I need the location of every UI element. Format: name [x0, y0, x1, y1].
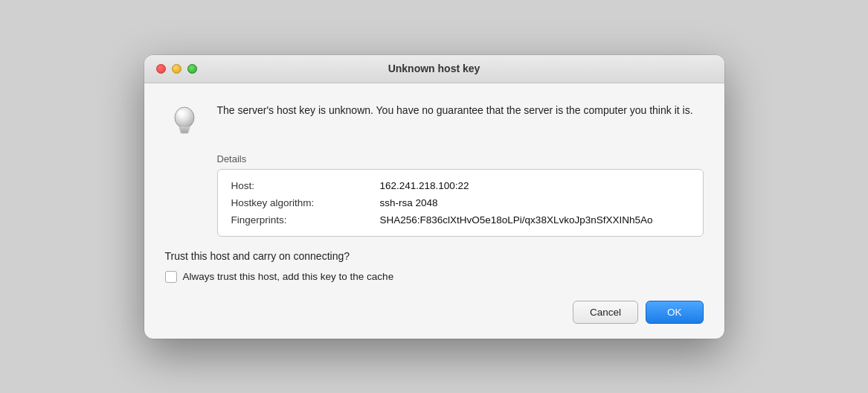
svg-point-0 [175, 107, 194, 128]
svg-rect-3 [181, 131, 188, 133]
checkbox-row: Always trust this host, add this key to … [165, 271, 704, 283]
detail-key-fingerprints: Fingerprints: [231, 214, 380, 226]
detail-row-algorithm: Hostkey algorithm: ssh-rsa 2048 [231, 197, 689, 208]
icon-area [165, 101, 204, 140]
always-trust-checkbox[interactable] [165, 271, 177, 283]
detail-key-host: Host: [231, 180, 380, 191]
trust-question: Trust this host and carry on connecting? [165, 250, 704, 262]
details-section: Details Host: 162.241.218.100:22 Hostkey… [217, 153, 704, 237]
cancel-button[interactable]: Cancel [573, 301, 638, 324]
button-row: Cancel OK [165, 298, 704, 324]
lightbulb-icon [165, 101, 204, 140]
checkbox-label: Always trust this host, add this key to … [183, 271, 394, 282]
top-section: The server's host key is unknown. You ha… [165, 101, 704, 140]
close-button[interactable] [156, 64, 166, 74]
detail-value-host: 162.241.218.100:22 [380, 180, 469, 191]
details-label: Details [217, 153, 704, 164]
title-bar: Unknown host key [144, 55, 724, 83]
detail-value-fingerprints: SHA256:F836clXtHvO5e18oLPi/qx38XLvkoJp3n… [380, 214, 653, 226]
dialog-title: Unknown host key [388, 63, 480, 74]
overlay: Unknown host key [0, 0, 868, 393]
detail-value-algorithm: ssh-rsa 2048 [380, 197, 438, 208]
details-box: Host: 162.241.218.100:22 Hostkey algorit… [217, 169, 704, 237]
dialog-body: The server's host key is unknown. You ha… [144, 83, 724, 339]
minimize-button[interactable] [172, 64, 181, 74]
ok-button[interactable]: OK [646, 301, 704, 324]
detail-row-fingerprints: Fingerprints: SHA256:F836clXtHvO5e18oLPi… [231, 214, 689, 226]
maximize-button[interactable] [187, 64, 197, 74]
dialog-window: Unknown host key [144, 55, 724, 339]
detail-row-host: Host: 162.241.218.100:22 [231, 180, 689, 191]
message-text: The server's host key is unknown. You ha… [217, 101, 693, 118]
detail-key-algorithm: Hostkey algorithm: [231, 197, 380, 208]
traffic-lights [156, 64, 197, 74]
